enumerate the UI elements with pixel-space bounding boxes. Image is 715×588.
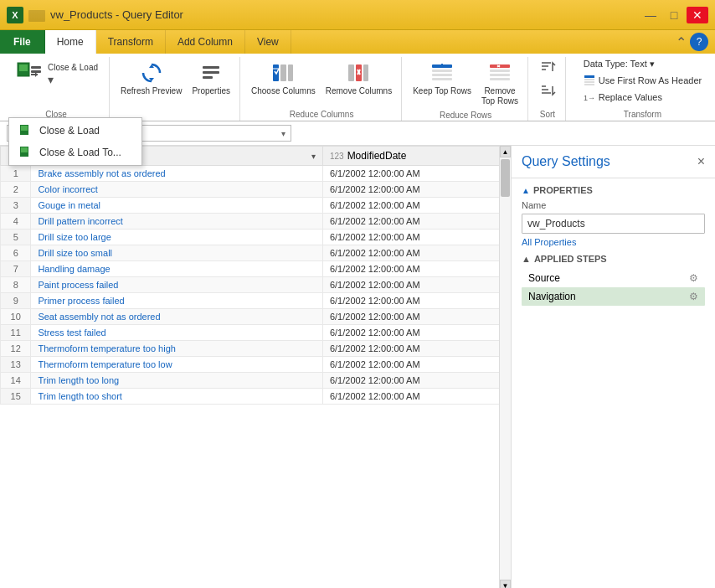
scroll-down-button[interactable]: ▼ — [500, 580, 511, 588]
row-date: 6/1/2002 12:00:00 AM — [322, 309, 510, 325]
row-date: 6/1/2002 12:00:00 AM — [322, 261, 510, 277]
properties-toggle[interactable]: ▲ — [522, 186, 530, 195]
remove-columns-icon — [345, 59, 372, 86]
row-name[interactable]: Drill size too large — [31, 230, 323, 245]
row-number: 10 — [1, 309, 31, 325]
table-row: 8Paint process failed6/1/2002 12:00:00 A… — [1, 277, 511, 293]
tab-file[interactable]: File — [0, 30, 45, 54]
properties-icon — [198, 59, 224, 86]
ribbon-tabs: File Home Transform Add Column View ⌃ ? — [0, 30, 715, 54]
data-type-button[interactable]: Data Type: Text ▾ — [579, 57, 659, 71]
scroll-up-button[interactable]: ▲ — [500, 146, 511, 157]
svg-rect-13 — [288, 64, 293, 81]
close-load-to-item[interactable]: Close & Load To... — [9, 142, 141, 163]
refresh-icon — [138, 59, 165, 86]
col-header-date[interactable]: 123 ModifiedDate ▾ — [322, 147, 510, 166]
row-number: 2 — [1, 182, 31, 198]
svg-rect-9 — [203, 71, 219, 74]
choose-columns-label: Choose Columns — [251, 86, 316, 96]
row-name[interactable]: Thermoform temperature too high — [31, 341, 323, 357]
main-area: ABC Name ▾ 123 ModifiedDate ▾ — [0, 146, 715, 588]
row-name[interactable]: Trim length too long — [31, 373, 323, 389]
applied-step-item[interactable]: Source⚙ — [522, 269, 705, 287]
step-gear-icon[interactable]: ⚙ — [689, 272, 698, 284]
row-name[interactable]: Primer process failed — [31, 293, 323, 309]
svg-text:1→2: 1→2 — [584, 94, 595, 102]
sort-asc-button[interactable] — [535, 57, 560, 77]
table-row: 5Drill size too large6/1/2002 12:00:00 A… — [1, 230, 511, 245]
svg-rect-26 — [490, 74, 510, 76]
row-name[interactable]: Paint process failed — [31, 277, 323, 293]
remove-top-rows-icon — [486, 59, 513, 86]
close-load-button[interactable]: Close & Load ▾ — [8, 57, 104, 92]
remove-columns-label: Remove Columns — [326, 86, 392, 96]
row-name[interactable]: Gouge in metal — [31, 198, 323, 214]
close-load-to-item-icon — [19, 146, 33, 159]
use-first-row-button[interactable]: Use First Row As Header — [579, 73, 706, 88]
refresh-preview-label: Refresh Preview — [121, 86, 182, 96]
row-name[interactable]: Trim length too short — [31, 389, 323, 405]
tab-transform[interactable]: Transform — [96, 30, 166, 54]
query-panel-close-button[interactable]: × — [697, 154, 705, 169]
row-name[interactable]: Color incorrect — [31, 182, 323, 198]
query-name-input[interactable] — [522, 214, 705, 234]
row-number: 3 — [1, 198, 31, 214]
svg-rect-3 — [31, 70, 41, 73]
all-properties-link[interactable]: All Properties — [522, 237, 705, 247]
row-number: 13 — [1, 357, 31, 373]
keep-top-rows-button[interactable]: Keep Top Rows — [409, 57, 476, 99]
table-row: 1Brake assembly not as ordered6/1/2002 1… — [1, 166, 511, 182]
tab-home[interactable]: Home — [45, 30, 96, 54]
applied-steps-section: ▲ APPLIED STEPS Source⚙Navigation⚙ — [512, 254, 715, 312]
row-date: 6/1/2002 12:00:00 AM — [322, 245, 510, 261]
minimize-button[interactable]: — — [640, 7, 661, 23]
row-name[interactable]: Brake assembly not as ordered — [31, 166, 323, 182]
step-gear-icon[interactable]: ⚙ — [689, 291, 698, 302]
svg-rect-7 — [21, 147, 28, 152]
row-name[interactable]: Drill pattern incorrect — [31, 214, 323, 230]
choose-columns-icon — [270, 59, 296, 86]
row-date: 6/1/2002 12:00:00 AM — [322, 373, 510, 389]
row-name[interactable]: Stress test failed — [31, 325, 323, 341]
row-name[interactable]: Thermoform temperature too low — [31, 357, 323, 373]
data-area: ABC Name ▾ 123 ModifiedDate ▾ — [0, 146, 511, 588]
data-scroll[interactable]: ABC Name ▾ 123 ModifiedDate ▾ — [0, 146, 511, 588]
row-name[interactable]: Seat assembly not as ordered — [31, 309, 323, 325]
step-label: Navigation — [528, 291, 576, 302]
refresh-preview-button[interactable]: Refresh Preview — [116, 57, 186, 99]
row-name[interactable]: Handling damage — [31, 261, 323, 277]
table-row: 12Thermoform temperature too high6/1/200… — [1, 341, 511, 357]
use-first-row-label: Use First Row As Header — [599, 75, 702, 85]
close-load-item[interactable]: Close & Load — [9, 120, 141, 142]
table-body: 1Brake assembly not as ordered6/1/2002 1… — [1, 166, 511, 405]
applied-step-item[interactable]: Navigation⚙ — [522, 287, 705, 306]
sort-desc-button[interactable] — [535, 80, 560, 101]
tab-view[interactable]: View — [245, 30, 291, 54]
maximize-button[interactable]: □ — [663, 7, 685, 23]
sort-desc-icon — [539, 83, 556, 98]
keep-rows-icon — [429, 59, 455, 86]
close-button[interactable]: ✕ — [687, 7, 708, 23]
name-filter-icon[interactable]: ▾ — [311, 152, 316, 161]
close-load-arrow[interactable]: ▾ — [48, 73, 54, 86]
window-controls-min[interactable] — [28, 8, 45, 22]
window-controls: — □ ✕ — [640, 7, 708, 23]
ribbon-collapse-button[interactable]: ⌃ — [676, 34, 687, 50]
properties-section: ▲ PROPERTIES Name All Properties — [512, 178, 715, 254]
tab-add-column[interactable]: Add Column — [166, 30, 245, 54]
choose-columns-button[interactable]: Choose Columns — [247, 57, 320, 99]
scroll-thumb[interactable] — [501, 159, 510, 197]
properties-section-title: ▲ PROPERTIES — [522, 185, 705, 195]
row-number: 6 — [1, 245, 31, 261]
row-number: 8 — [1, 277, 31, 293]
remove-top-rows-button[interactable]: RemoveTop Rows — [477, 57, 522, 109]
properties-label: Properties — [192, 86, 230, 96]
row-name[interactable]: Drill size too small — [31, 245, 323, 261]
properties-button[interactable]: Properties — [188, 57, 234, 99]
applied-steps-toggle[interactable]: ▲ — [522, 254, 531, 264]
row-number: 14 — [1, 373, 31, 389]
remove-columns-button[interactable]: Remove Columns — [321, 57, 396, 99]
help-button[interactable]: ? — [690, 33, 708, 51]
vertical-scrollbar[interactable]: ▲ ▼ — [499, 146, 511, 588]
replace-values-button[interactable]: 1→2 Replace Values — [579, 90, 666, 105]
